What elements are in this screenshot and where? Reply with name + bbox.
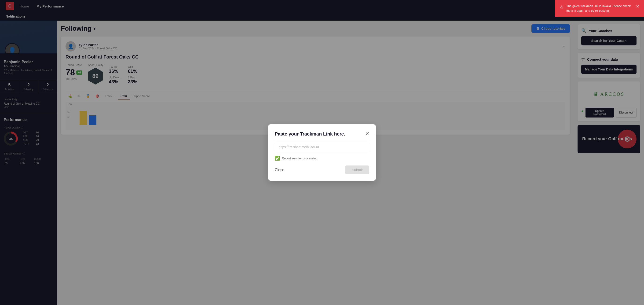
success-text: Report sent for processing bbox=[282, 156, 317, 160]
modal-close-button[interactable]: Close bbox=[275, 168, 284, 172]
modal-overlay: Paste your Trackman Link here. ✕ ✅ Repor… bbox=[0, 0, 644, 305]
trackman-modal: Paste your Trackman Link here. ✕ ✅ Repor… bbox=[268, 124, 376, 181]
modal-header: Paste your Trackman Link here. ✕ bbox=[275, 131, 369, 137]
success-icon: ✅ bbox=[275, 156, 280, 161]
trackman-link-input[interactable] bbox=[275, 142, 369, 152]
toast-close-button[interactable]: ✕ bbox=[636, 4, 639, 9]
modal-title: Paste your Trackman Link here. bbox=[275, 131, 345, 137]
modal-close-icon-button[interactable]: ✕ bbox=[365, 131, 369, 137]
error-toast: ⚠ The given trackman link is invalid. Pl… bbox=[555, 0, 644, 16]
modal-success-message: ✅ Report sent for processing bbox=[275, 156, 369, 161]
warning-icon: ⚠ bbox=[560, 4, 564, 10]
toast-message: The given trackman link is invalid. Plea… bbox=[566, 4, 631, 13]
modal-submit-button[interactable]: Submit bbox=[345, 166, 369, 174]
modal-footer: Close Submit bbox=[275, 166, 369, 174]
